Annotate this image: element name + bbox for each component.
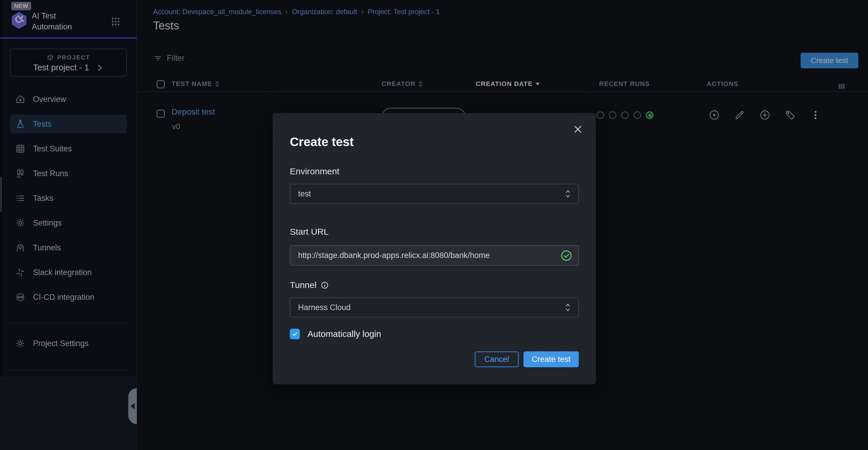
select-carets-icon — [564, 189, 572, 199]
tunnel-select[interactable]: Harness Cloud — [290, 298, 579, 317]
create-test-modal: Create test Environment test Start URL T… — [273, 113, 596, 384]
modal-title: Create test — [290, 135, 579, 149]
start-url-input[interactable] — [290, 246, 578, 265]
info-icon[interactable] — [321, 281, 329, 289]
select-carets-icon — [564, 303, 572, 312]
auto-login-toggle[interactable]: Automatically login — [290, 329, 579, 339]
modal-footer: Cancel Create test — [290, 351, 579, 367]
modal-create-test-button[interactable]: Create test — [523, 351, 579, 367]
environment-label: Environment — [290, 166, 579, 177]
start-url-label: Start URL — [290, 226, 579, 237]
tunnel-label: Tunnel — [290, 280, 579, 290]
start-url-field — [290, 245, 579, 265]
auto-login-label: Automatically login — [308, 329, 381, 339]
environment-select[interactable]: test — [290, 184, 579, 204]
checkbox-checked-icon[interactable] — [290, 329, 300, 339]
valid-check-icon — [560, 250, 572, 261]
close-icon[interactable] — [573, 124, 583, 134]
cancel-button[interactable]: Cancel — [475, 351, 519, 367]
app-screen: NEW AI Test Automation — [0, 0, 868, 450]
